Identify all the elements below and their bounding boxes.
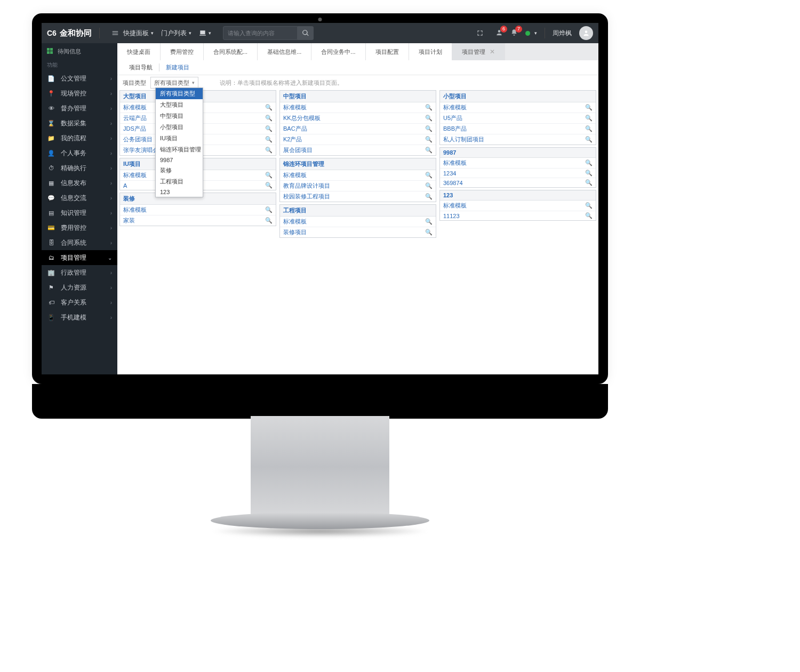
tab-7[interactable]: 项目管理✕: [452, 43, 505, 60]
portal-list-dropdown[interactable]: 门户列表 ▾: [161, 29, 191, 38]
search-button[interactable]: [298, 26, 314, 40]
template-row[interactable]: 展会团项目🔍: [280, 145, 436, 155]
sidebar-item-1[interactable]: 📍现场管控›: [42, 86, 117, 101]
template-row[interactable]: 369874🔍: [440, 178, 596, 187]
template-row[interactable]: K2产品🔍: [280, 134, 436, 145]
template-row[interactable]: BBB产品🔍: [440, 124, 596, 134]
template-row[interactable]: 私人订制团项目🔍: [440, 134, 596, 145]
dropdown-option[interactable]: 锦连环项目管理: [156, 144, 203, 155]
template-row[interactable]: 标准模板🔍: [120, 205, 276, 215]
contacts-icon[interactable]: 6: [495, 29, 503, 38]
template-row[interactable]: 11123🔍: [440, 211, 596, 220]
magnifier-icon[interactable]: 🔍: [585, 212, 593, 219]
sidebar-item-9[interactable]: ▤知识管理›: [42, 205, 117, 220]
magnifier-icon[interactable]: 🔍: [265, 115, 273, 122]
dropdown-option[interactable]: 装修: [156, 165, 203, 176]
fullscreen-icon[interactable]: [474, 27, 486, 39]
sidebar-item-2[interactable]: 👁督办管理›: [42, 101, 117, 116]
template-row[interactable]: 校园装修工程项目🔍: [280, 191, 436, 202]
dropdown-option[interactable]: 中型项目: [156, 110, 203, 122]
template-row[interactable]: 1234🔍: [440, 169, 596, 178]
template-row[interactable]: 标准模板🔍: [440, 201, 596, 211]
template-row[interactable]: BAC产品🔍: [280, 124, 436, 134]
magnifier-icon[interactable]: 🔍: [425, 147, 433, 154]
bell-icon[interactable]: 7: [510, 29, 518, 38]
template-row[interactable]: 标准模板🔍: [280, 217, 436, 227]
status-dropdown[interactable]: ▾: [525, 30, 537, 36]
magnifier-icon[interactable]: 🔍: [585, 104, 593, 111]
dropdown-option[interactable]: 9987: [156, 155, 203, 165]
magnifier-icon[interactable]: 🔍: [265, 206, 273, 213]
tab-6[interactable]: 项目计划: [409, 43, 452, 60]
magnifier-icon[interactable]: 🔍: [265, 104, 273, 111]
menu-toggle-icon[interactable]: [109, 27, 121, 39]
tab-2[interactable]: 合同系统配...: [204, 43, 258, 60]
magnifier-icon[interactable]: 🔍: [425, 172, 433, 179]
magnifier-icon[interactable]: 🔍: [425, 104, 433, 111]
magnifier-icon[interactable]: 🔍: [585, 170, 593, 177]
magnifier-icon[interactable]: 🔍: [585, 136, 593, 143]
project-type-select[interactable]: 所有项目类型 ▾: [150, 77, 198, 89]
close-icon[interactable]: ✕: [490, 48, 495, 55]
sidebar-item-13[interactable]: 🏢行政管理›: [42, 265, 117, 280]
sidebar-item-10[interactable]: 💳费用管控›: [42, 220, 117, 235]
search-input[interactable]: [223, 26, 298, 40]
magnifier-icon[interactable]: 🔍: [265, 217, 273, 224]
magnifier-icon[interactable]: 🔍: [425, 115, 433, 122]
sidebar-item-16[interactable]: 📱手机建模›: [42, 310, 117, 325]
template-row[interactable]: 标准模板🔍: [280, 102, 436, 113]
tab-5[interactable]: 项目配置: [366, 43, 409, 60]
quick-panel-dropdown[interactable]: 快捷面板 ▾: [123, 29, 154, 38]
template-row[interactable]: 家装🔍: [120, 215, 276, 226]
magnifier-icon[interactable]: 🔍: [425, 218, 433, 225]
magnifier-icon[interactable]: 🔍: [585, 202, 593, 209]
template-row[interactable]: 教育品牌设计项目🔍: [280, 181, 436, 191]
tab-3[interactable]: 基础信息维...: [258, 43, 311, 60]
template-row[interactable]: KK总分包模板🔍: [280, 113, 436, 124]
tab-1[interactable]: 费用管控: [161, 43, 204, 60]
magnifier-icon[interactable]: 🔍: [585, 115, 593, 122]
magnifier-icon[interactable]: 🔍: [265, 147, 273, 154]
dropdown-option[interactable]: 所有项目类型: [156, 88, 203, 99]
sidebar-item-0[interactable]: 📄公文管理›: [42, 71, 117, 86]
magnifier-icon[interactable]: 🔍: [425, 193, 433, 200]
subtab-nav[interactable]: 项目导航: [123, 63, 159, 71]
template-row[interactable]: 装修项目🔍: [280, 227, 436, 237]
sidebar-item-4[interactable]: 📁我的流程›: [42, 131, 117, 146]
magnifier-icon[interactable]: 🔍: [585, 125, 593, 132]
tab-4[interactable]: 合同业务中...: [311, 43, 365, 60]
sidebar-item-8[interactable]: 💬信息交流›: [42, 190, 117, 205]
sidebar-item-15[interactable]: 🏷客户关系›: [42, 295, 117, 310]
sidebar-item-5[interactable]: 👤个人事务›: [42, 146, 117, 161]
sidebar-item-11[interactable]: 🗄合同系统›: [42, 235, 117, 250]
template-row[interactable]: 标准模板🔍: [440, 102, 596, 113]
dropdown-option[interactable]: 123: [156, 187, 203, 197]
template-row[interactable]: 标准模板🔍: [440, 158, 596, 169]
avatar[interactable]: [579, 26, 593, 40]
magnifier-icon[interactable]: 🔍: [425, 136, 433, 143]
magnifier-icon[interactable]: 🔍: [265, 136, 273, 143]
dropdown-option[interactable]: 小型项目: [156, 122, 203, 133]
subtab-new-project[interactable]: 新建项目: [159, 63, 196, 71]
magnifier-icon[interactable]: 🔍: [265, 125, 273, 132]
magnifier-icon[interactable]: 🔍: [425, 182, 433, 189]
sidebar-item-12[interactable]: 🗂项目管理⌄: [42, 250, 117, 265]
device-dropdown[interactable]: ▾: [199, 29, 211, 37]
magnifier-icon[interactable]: 🔍: [265, 182, 273, 189]
magnifier-icon[interactable]: 🔍: [425, 125, 433, 132]
template-row[interactable]: 标准模板🔍: [280, 170, 436, 181]
sidebar-item-3[interactable]: ⌛数据采集›: [42, 116, 117, 131]
sidebar-item-14[interactable]: ⚑人力资源›: [42, 280, 117, 295]
dropdown-option[interactable]: IU项目: [156, 133, 203, 144]
sidebar-item-7[interactable]: ▦信息发布›: [42, 175, 117, 190]
tab-0[interactable]: 快捷桌面: [117, 43, 161, 60]
magnifier-icon[interactable]: 🔍: [585, 179, 593, 186]
magnifier-icon[interactable]: 🔍: [265, 172, 273, 179]
magnifier-icon[interactable]: 🔍: [425, 229, 433, 236]
dropdown-option[interactable]: 大型项目: [156, 99, 203, 110]
magnifier-icon[interactable]: 🔍: [585, 159, 593, 166]
nav-top-messages[interactable]: 待阅信息: [42, 43, 117, 59]
sidebar-item-6[interactable]: ⏱精确执行›: [42, 161, 117, 175]
template-row[interactable]: U5产品🔍: [440, 113, 596, 124]
dropdown-option[interactable]: 工程项目: [156, 176, 203, 187]
